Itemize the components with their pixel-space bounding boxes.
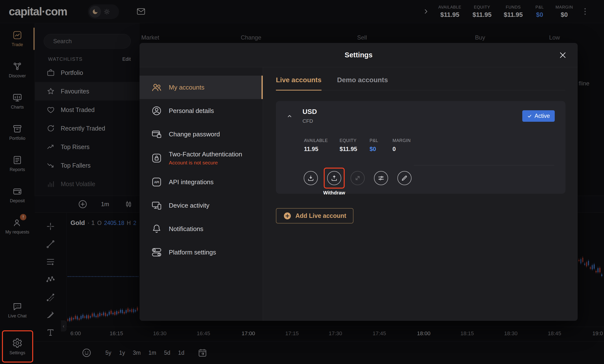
transfer-button[interactable]	[351, 171, 365, 185]
status-badge[interactable]: Active	[522, 110, 555, 122]
check-icon	[527, 114, 532, 119]
nav-device-activity[interactable]: Device activity	[139, 194, 263, 217]
modal-body: My accounts Personal details Change pass…	[139, 67, 578, 321]
nav-notifications[interactable]: Notifications	[139, 217, 263, 240]
settings-nav: My accounts Personal details Change pass…	[139, 67, 263, 321]
plus-circle-icon	[283, 212, 291, 220]
account-card: USD CFD Active AVAILABLE 11.95 EQUITY $1…	[276, 101, 566, 194]
toggles-icon	[151, 247, 162, 258]
deposit-button[interactable]	[304, 171, 318, 185]
transfer-arrows-icon	[354, 175, 361, 182]
accounts-content: Live accounts Demo accounts USD CFD Acti…	[263, 67, 578, 321]
account-actions: Withdraw	[304, 171, 412, 185]
account-stat-available: AVAILABLE 11.95	[304, 138, 328, 152]
close-icon[interactable]	[559, 51, 567, 59]
person-circle-icon	[151, 105, 162, 116]
nav-api-integrations[interactable]: API API integrations	[139, 170, 263, 194]
withdraw-label: Withdraw	[323, 190, 345, 196]
collapse-account-chevron[interactable]	[286, 113, 293, 120]
nav-my-accounts[interactable]: My accounts	[139, 76, 263, 99]
accounts-tabs: Live accounts Demo accounts	[276, 76, 566, 90]
tab-live-accounts[interactable]: Live accounts	[276, 76, 322, 90]
add-live-account-button[interactable]: Add Live account	[276, 208, 353, 224]
tab-demo-accounts[interactable]: Demo accounts	[337, 76, 388, 90]
nav-platform-settings[interactable]: Platform settings	[139, 240, 263, 264]
card-divider	[414, 165, 554, 165]
deposit-arrow-icon	[307, 175, 315, 182]
svg-text:API: API	[154, 181, 159, 184]
settings-modal: Settings My accounts Personal details Ch…	[139, 43, 578, 321]
nav-change-password[interactable]: Change password	[139, 123, 263, 146]
account-type: CFD	[302, 118, 313, 124]
modal-header: Settings	[139, 43, 578, 67]
account-stat-pl: P&L $0	[370, 138, 378, 152]
annotation-withdraw-highlight	[324, 168, 345, 188]
sliders-icon	[378, 175, 385, 182]
api-icon: API	[151, 177, 162, 187]
pencil-icon	[401, 175, 408, 182]
account-stat-equity: EQUITY $11.95	[340, 138, 357, 152]
nav-personal-details[interactable]: Personal details	[139, 99, 263, 123]
account-currency: USD	[302, 108, 317, 116]
nav-two-factor[interactable]: Two-Factor Authentication Account is not…	[139, 146, 263, 170]
account-preferences-button[interactable]	[374, 171, 388, 185]
lock-icon	[151, 153, 162, 163]
people-icon	[151, 82, 162, 93]
card-lock-icon	[151, 129, 162, 139]
account-stat-margin: MARGIN 0	[392, 138, 411, 152]
edit-account-button[interactable]	[397, 171, 412, 185]
two-factor-warning: Account is not secure	[169, 160, 242, 166]
devices-icon	[151, 200, 162, 211]
modal-title: Settings	[345, 51, 373, 59]
app-root: capital·com AVAILABLE $11.95 EQUITY $11.…	[0, 0, 604, 364]
bell-icon	[151, 224, 162, 234]
annotation-settings-highlight	[2, 330, 33, 363]
